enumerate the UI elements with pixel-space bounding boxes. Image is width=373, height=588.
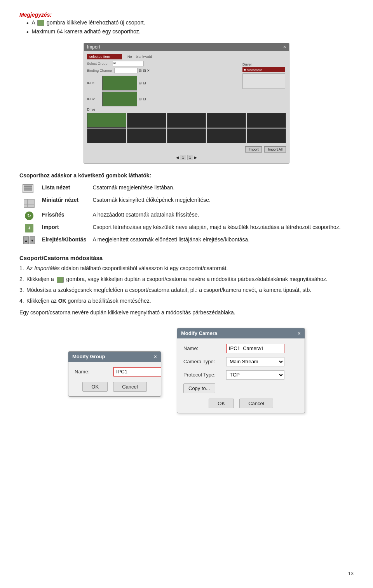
list-icon-line-3: [24, 189, 32, 191]
ss-binding-icons: ⊞ ⊟ ✕: [139, 69, 150, 73]
camera-cancel-button[interactable]: Cancel: [239, 399, 273, 408]
ss-cam-4: [207, 113, 246, 128]
ss-ipc2-row: IPC2 ⊞ ⊟: [87, 92, 286, 106]
down-arrow-icon: ▼: [30, 236, 35, 244]
ss-binding-label: Binding Channe: [87, 69, 112, 73]
modify-group-dialog: Modify Group × Name: OK Cancel: [68, 351, 161, 397]
list-icon-line-1: [24, 186, 32, 187]
import-desc: Csoport létrehozása egy készülék neve al…: [89, 222, 354, 234]
modify-camera-dialog: Modify Camera × Name: Camera Type: Main …: [177, 328, 305, 413]
csoport-heading-text: Csoport/Csatorna módosítása: [19, 255, 103, 261]
ss-ipc1-thumb: [102, 76, 137, 90]
group-ok-button[interactable]: OK: [82, 382, 108, 392]
g8: [28, 205, 31, 207]
group-name-row: Name:: [75, 367, 155, 376]
steps-list: 1. Az Importálás oldalon található csopo…: [19, 264, 354, 305]
screenshot-titlebar: Import ×: [84, 43, 289, 51]
camera-dialog-buttons: OK Cancel: [183, 399, 298, 408]
g7: [24, 205, 27, 207]
arrows-icon: ▲ ▼: [23, 236, 35, 244]
copy-row: Copy to...: [183, 383, 298, 393]
ss-driver-label: Driver: [242, 62, 285, 66]
camera-ok-button[interactable]: OK: [209, 399, 234, 408]
ss-ipc2-thumb: [102, 92, 137, 106]
g9: [31, 205, 34, 207]
group-cancel-button[interactable]: Cancel: [113, 382, 146, 392]
camera-name-label: Name:: [183, 345, 222, 351]
miniatur-name: Miniatűr nézet: [39, 195, 89, 210]
protocol-type-select[interactable]: TCP: [226, 370, 284, 380]
ss-binding-controls: ⊞ ⊟ ✕: [114, 68, 150, 73]
ok-em: OK: [58, 298, 66, 304]
g5: [28, 202, 31, 205]
elrejtes-desc: A megjelenített csatornák előnézeti list…: [89, 234, 354, 246]
g2: [28, 199, 31, 202]
refresh-icon: ↻: [25, 212, 33, 220]
screenshot-body: selected item No blank+add Select Group …: [84, 51, 289, 163]
lista-name: Lista nézet: [39, 182, 89, 195]
step-1-num: 1.: [19, 264, 26, 272]
ss-ipc1-controls: ⊞ ⊟: [139, 81, 146, 85]
step-1-text: Az Importálás oldalon található csoportl…: [26, 264, 228, 272]
step-3: 3. Módosítsa a szükségesnek megfelelően …: [19, 286, 354, 294]
ss-ipc2-controls: ⊞ ⊟: [139, 97, 146, 101]
icon-row-lista: Lista nézet Csatornák megjelenítése list…: [19, 182, 354, 195]
frissites-name: Frissítés: [39, 210, 89, 222]
ss-import-btn[interactable]: Import: [245, 146, 262, 153]
ss-import-all-btn[interactable]: Import All: [264, 146, 286, 153]
ss-binding-input: [114, 68, 138, 73]
import-icon: ⬇: [25, 224, 33, 232]
copy-to-button[interactable]: Copy to...: [183, 383, 215, 393]
modify-camera-close[interactable]: ×: [298, 330, 301, 336]
importalas-em: Importálás: [34, 265, 59, 271]
ss-cam-5: [247, 113, 286, 128]
ss-driver-item: ■ xxxxxxxxxx: [242, 67, 285, 72]
list-icon-line-2: [24, 187, 32, 189]
bullet-dot: •: [26, 19, 29, 27]
ss-binding-row: Binding Channe ⊞ ⊟ ✕ Driver ■ xxxxxxxxxx: [87, 68, 286, 73]
ss-cam-grid: [87, 113, 286, 143]
group-name-input[interactable]: [113, 367, 161, 376]
bullet-dot-2: •: [26, 28, 29, 36]
ss-cam-7: [127, 128, 166, 143]
group-name-label: Name:: [75, 369, 110, 375]
dialogs-section: Modify Group × Name: OK Cancel Modify Ca…: [19, 328, 354, 413]
step-2-num: 2.: [19, 275, 26, 283]
ss-ipc2-icons: ⊞ ⊟: [139, 97, 146, 101]
modify-group-dialog-wrapper: Modify Group × Name: OK Cancel: [68, 351, 161, 397]
g3: [31, 199, 34, 202]
icon-row-frissites: ↻ Frissítés A hozzáadott csatornák adata…: [19, 210, 354, 222]
g4: [24, 202, 27, 205]
modify-camera-titlebar: Modify Camera ×: [177, 328, 305, 338]
step-3-text: Módosítsa a szükségesnek megfelelően a c…: [26, 286, 311, 294]
g6: [31, 202, 34, 205]
import-name: Import: [39, 222, 89, 234]
ss-pagination: ◀ 1 1 ▶: [87, 155, 286, 160]
ss-cam-2: [127, 113, 166, 128]
modify-group-title: Modify Group: [72, 354, 105, 359]
icon-cell-import: ⬇: [19, 222, 39, 234]
modify-camera-dialog-wrapper: Modify Camera × Name: Camera Type: Main …: [177, 328, 305, 413]
ss-cam-1: [87, 113, 126, 128]
ss-cam-10: [247, 128, 286, 143]
step-4-num: 4.: [19, 297, 26, 305]
icon-cell-lista: [19, 182, 39, 195]
camera-type-select[interactable]: Main Stream: [226, 357, 284, 366]
group-dialog-buttons: OK Cancel: [75, 382, 155, 392]
camera-type-row: Camera Type: Main Stream: [183, 357, 298, 366]
grid-icon: [24, 199, 35, 208]
ss-page-prev: ◀: [176, 156, 179, 160]
ss-right-panel: Driver ■ xxxxxxxxxx: [242, 62, 285, 89]
ss-selected-item: selected item: [87, 54, 122, 59]
frissites-desc: A hozzáadott csatornák adatainak frissít…: [89, 210, 354, 222]
ss-driver-empty: [242, 73, 285, 89]
icon-cell-frissites: ↻: [19, 210, 39, 222]
bullet-item-1: • A gombra klikkelve létrehozható új cso…: [26, 19, 354, 27]
step-3-num: 3.: [19, 286, 26, 294]
page-number: 13: [348, 571, 354, 576]
ss-top-row: selected item No blank+add: [87, 54, 286, 59]
camera-name-input[interactable]: [226, 344, 284, 353]
modify-camera-body: Name: Camera Type: Main Stream Protocol …: [177, 338, 305, 413]
modify-group-close[interactable]: ×: [154, 354, 157, 360]
lista-desc: Csatornák megjelenítése listában.: [89, 182, 354, 195]
